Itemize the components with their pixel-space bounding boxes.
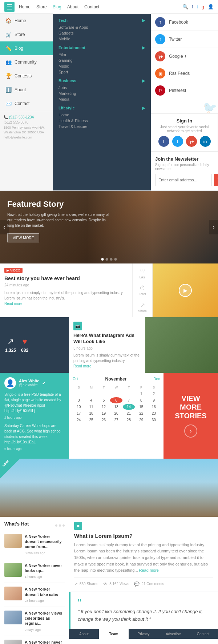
featured-prev-arrow[interactable]: ‹ [0, 220, 9, 234]
cal-day[interactable]: 7 [123, 397, 135, 403]
cal-day[interactable]: 12 [98, 404, 110, 410]
hot-dot-3[interactable] [62, 524, 65, 527]
cat-item[interactable]: Media [58, 96, 145, 102]
cal-day[interactable]: 2 [148, 391, 160, 397]
cal-day[interactable]: 9 [148, 397, 160, 403]
cal-day[interactable]: 30 [148, 417, 160, 423]
cal-day[interactable]: 29 [135, 417, 147, 423]
menu-home[interactable]: 🏠 Home [0, 14, 53, 28]
menu-store[interactable]: 🛒 Store [0, 28, 53, 41]
cat-item[interactable]: Gadgets [58, 30, 145, 36]
cal-day[interactable]: 15 [135, 404, 147, 410]
cat-item[interactable]: Sport [58, 69, 145, 75]
cal-day[interactable]: 3 [73, 397, 85, 403]
cal-day[interactable]: 28 [123, 417, 135, 423]
signin-google[interactable]: g+ [186, 136, 197, 147]
cal-day[interactable]: 26 [98, 417, 110, 423]
cal-day[interactable]: 17 [73, 410, 85, 416]
dot-2[interactable] [106, 258, 108, 261]
dot-3[interactable] [110, 258, 113, 261]
like-action[interactable]: ♡ Like [140, 268, 146, 279]
article-read-more[interactable]: Read more [139, 568, 159, 572]
search-icon[interactable]: 🔍 [182, 4, 188, 9]
featured-view-more-btn[interactable]: VIEW MORE [7, 233, 39, 242]
cat-item[interactable]: Gaming [58, 57, 145, 63]
cal-day[interactable]: 1 [135, 391, 147, 397]
cat-item[interactable]: Marketing [58, 90, 145, 96]
newsletter-email-input[interactable] [155, 174, 212, 186]
cal-day[interactable]: 13 [110, 404, 122, 410]
cat-item[interactable]: Health & Fitness [58, 118, 145, 124]
cal-day-today[interactable]: 14 [123, 404, 135, 410]
cat-item[interactable]: Software & Apps [58, 24, 145, 30]
cat-item[interactable]: Jobs [58, 85, 145, 90]
social-facebook[interactable]: f Facebook [151, 14, 218, 31]
twitter-icon[interactable]: t [197, 4, 198, 9]
cal-day[interactable]: 24 [73, 417, 85, 423]
story-read-more[interactable]: Read more [4, 302, 22, 306]
cal-day[interactable]: 18 [85, 410, 97, 416]
nav-blog[interactable]: Blog [53, 4, 61, 9]
social-rss[interactable]: ◉ Rss Feeds [151, 65, 218, 82]
cat-item[interactable]: Music [58, 63, 145, 69]
cat-item[interactable]: Mobile [58, 36, 145, 42]
cal-day[interactable]: 22 [135, 410, 147, 416]
cal-day[interactable]: 21 [123, 410, 135, 416]
hot-item[interactable]: A New Yorker views celebrities as regula… [4, 611, 65, 636]
play-button[interactable]: ▶ [179, 284, 192, 297]
social-google[interactable]: g+ Google + [151, 48, 218, 65]
social-pinterest[interactable]: P Pinterest [151, 82, 218, 99]
cal-day[interactable]: 19 [98, 410, 110, 416]
hot-item[interactable]: A New Yorker never looks up... 2 days ag… [4, 640, 65, 644]
dot-1[interactable] [101, 258, 104, 261]
signin-twitter[interactable]: t [172, 136, 183, 147]
cat-item[interactable]: Travel & Leisure [58, 124, 145, 129]
cal-day[interactable]: 23 [148, 410, 160, 416]
cal-day[interactable]: 10 [73, 404, 85, 410]
signin-linkedin[interactable]: in [200, 136, 211, 147]
nav-about[interactable]: About [67, 4, 78, 9]
menu-blog[interactable]: ✏️ Blog [0, 41, 53, 55]
menu-contact[interactable]: ✉️ Contact [0, 97, 53, 110]
cal-day[interactable]: 8 [135, 397, 147, 403]
social-twitter[interactable]: t Twitter [151, 31, 218, 48]
cal-day[interactable]: 27 [110, 417, 122, 423]
hot-item[interactable]: A New Yorker doesn't necessarily come fr… [4, 534, 65, 559]
menu-about[interactable]: ℹ️ About [0, 83, 53, 97]
user-icon[interactable]: 👤 [208, 4, 214, 9]
google-icon[interactable]: g [202, 4, 204, 9]
next-month[interactable]: Dec [153, 377, 160, 381]
cal-day[interactable]: 5 [98, 397, 110, 403]
cal-day[interactable]: 20 [110, 410, 122, 416]
share-action[interactable]: ↗ Share [138, 302, 147, 313]
cat-item[interactable]: Film [58, 52, 145, 57]
cat-item[interactable]: Home [58, 112, 145, 118]
tab-privacy[interactable]: Privacy [129, 629, 158, 639]
tab-advertise[interactable]: Advertise [158, 629, 188, 639]
featured-next-arrow[interactable]: › [209, 220, 218, 234]
hot-item[interactable]: A New Yorker never looks up... 1 hours a… [4, 563, 65, 583]
later-action[interactable]: ⏱ Later [139, 285, 146, 296]
tab-about[interactable]: About [69, 629, 99, 639]
hot-item[interactable]: A New Yorker doesn't take cabs 23 hours … [4, 587, 65, 607]
nav-home[interactable]: Home [19, 4, 31, 9]
prev-month[interactable]: Oct [73, 377, 78, 381]
hot-dot-1[interactable] [55, 524, 57, 527]
view-more-arrow-btn[interactable]: › [184, 424, 197, 438]
menu-contests[interactable]: 🏆 Contests [0, 69, 53, 83]
dot-4[interactable] [114, 258, 117, 261]
hamburger-menu[interactable] [4, 2, 15, 12]
tab-team[interactable]: Team [99, 629, 129, 639]
cal-day[interactable]: 25 [85, 417, 97, 423]
hot-dot-2[interactable] [59, 524, 61, 527]
cal-day[interactable]: 11 [85, 404, 97, 410]
insta-read-more[interactable]: Read more [73, 364, 91, 368]
nav-store[interactable]: Store [36, 4, 47, 9]
nav-contact[interactable]: Contact [84, 4, 99, 9]
tab-contact[interactable]: Contact [188, 629, 218, 639]
cal-day[interactable]: 16 [148, 404, 160, 410]
cal-day[interactable]: 4 [85, 397, 97, 403]
newsletter-signup-button[interactable]: SIGN UP [214, 174, 218, 186]
facebook-icon[interactable]: f [192, 4, 193, 9]
cal-day-highlighted[interactable]: 6 [110, 397, 122, 403]
